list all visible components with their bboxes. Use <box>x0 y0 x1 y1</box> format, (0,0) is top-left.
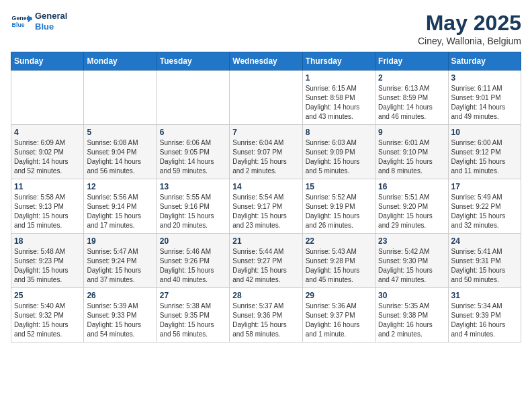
day-cell: 19Sunrise: 5:47 AM Sunset: 9:24 PM Dayli… <box>84 234 157 288</box>
day-info: Sunrise: 5:48 AM Sunset: 9:23 PM Dayligh… <box>14 247 81 285</box>
day-info: Sunrise: 5:42 AM Sunset: 9:30 PM Dayligh… <box>378 247 445 285</box>
day-cell: 23Sunrise: 5:42 AM Sunset: 9:30 PM Dayli… <box>375 234 448 288</box>
day-cell: 5Sunrise: 6:08 AM Sunset: 9:04 PM Daylig… <box>84 125 157 179</box>
day-info: Sunrise: 6:15 AM Sunset: 8:58 PM Dayligh… <box>306 84 372 122</box>
logo: General Blue General Blue <box>11 11 67 32</box>
day-number: 16 <box>378 182 445 191</box>
day-number: 13 <box>160 182 226 191</box>
day-number: 5 <box>87 128 153 137</box>
day-info: Sunrise: 5:52 AM Sunset: 9:19 PM Dayligh… <box>306 193 372 230</box>
day-cell: 16Sunrise: 5:51 AM Sunset: 9:20 PM Dayli… <box>375 179 448 234</box>
day-cell: 2Sunrise: 6:13 AM Sunset: 8:59 PM Daylig… <box>375 71 448 125</box>
day-info: Sunrise: 5:39 AM Sunset: 9:33 PM Dayligh… <box>87 302 153 339</box>
day-number: 23 <box>378 236 445 246</box>
day-cell: 7Sunrise: 6:04 AM Sunset: 9:07 PM Daylig… <box>230 125 302 179</box>
day-number: 1 <box>306 73 372 83</box>
day-info: Sunrise: 6:09 AM Sunset: 9:02 PM Dayligh… <box>14 138 81 176</box>
day-cell: 18Sunrise: 5:48 AM Sunset: 9:23 PM Dayli… <box>11 234 84 288</box>
day-cell: 10Sunrise: 6:00 AM Sunset: 9:12 PM Dayli… <box>448 125 521 179</box>
day-info: Sunrise: 5:44 AM Sunset: 9:27 PM Dayligh… <box>232 247 299 285</box>
day-info: Sunrise: 5:47 AM Sunset: 9:24 PM Dayligh… <box>87 247 153 285</box>
day-cell: 13Sunrise: 5:55 AM Sunset: 9:16 PM Dayli… <box>157 179 229 234</box>
day-cell: 14Sunrise: 5:54 AM Sunset: 9:17 PM Dayli… <box>230 179 302 234</box>
day-cell: 3Sunrise: 6:11 AM Sunset: 9:01 PM Daylig… <box>448 71 521 125</box>
day-number: 10 <box>451 128 518 137</box>
day-info: Sunrise: 5:41 AM Sunset: 9:31 PM Dayligh… <box>451 247 518 285</box>
day-info: Sunrise: 6:04 AM Sunset: 9:07 PM Dayligh… <box>232 138 299 176</box>
day-cell: 1Sunrise: 6:15 AM Sunset: 8:58 PM Daylig… <box>302 71 375 125</box>
day-cell: 15Sunrise: 5:52 AM Sunset: 9:19 PM Dayli… <box>302 179 375 234</box>
day-cell: 25Sunrise: 5:40 AM Sunset: 9:32 PM Dayli… <box>11 288 84 342</box>
col-header-sunday: Sunday <box>11 52 84 71</box>
day-info: Sunrise: 6:13 AM Sunset: 8:59 PM Dayligh… <box>378 84 445 122</box>
day-info: Sunrise: 6:06 AM Sunset: 9:05 PM Dayligh… <box>160 138 226 176</box>
day-info: Sunrise: 5:36 AM Sunset: 9:37 PM Dayligh… <box>306 302 372 339</box>
day-number: 31 <box>451 291 518 300</box>
week-row-5: 25Sunrise: 5:40 AM Sunset: 9:32 PM Dayli… <box>11 288 521 342</box>
day-cell: 17Sunrise: 5:49 AM Sunset: 9:22 PM Dayli… <box>448 179 521 234</box>
col-header-thursday: Thursday <box>302 52 375 71</box>
day-number: 18 <box>14 236 81 246</box>
day-info: Sunrise: 5:40 AM Sunset: 9:32 PM Dayligh… <box>14 302 81 339</box>
day-info: Sunrise: 6:01 AM Sunset: 9:10 PM Dayligh… <box>378 138 445 176</box>
day-info: Sunrise: 5:35 AM Sunset: 9:38 PM Dayligh… <box>378 302 445 339</box>
day-cell: 9Sunrise: 6:01 AM Sunset: 9:10 PM Daylig… <box>375 125 448 179</box>
col-header-wednesday: Wednesday <box>230 52 302 71</box>
day-cell: 27Sunrise: 5:38 AM Sunset: 9:35 PM Dayli… <box>157 288 229 342</box>
day-cell: 4Sunrise: 6:09 AM Sunset: 9:02 PM Daylig… <box>11 125 84 179</box>
location: Ciney, Wallonia, Belgium <box>418 36 521 46</box>
day-cell <box>11 71 84 125</box>
day-cell <box>157 71 229 125</box>
day-number: 11 <box>14 182 81 191</box>
day-cell: 31Sunrise: 5:34 AM Sunset: 9:39 PM Dayli… <box>448 288 521 342</box>
day-cell: 11Sunrise: 5:58 AM Sunset: 9:13 PM Dayli… <box>11 179 84 234</box>
day-info: Sunrise: 5:49 AM Sunset: 9:22 PM Dayligh… <box>451 193 518 230</box>
day-number: 17 <box>451 182 518 191</box>
day-info: Sunrise: 5:54 AM Sunset: 9:17 PM Dayligh… <box>232 193 299 230</box>
day-cell: 30Sunrise: 5:35 AM Sunset: 9:38 PM Dayli… <box>375 288 448 342</box>
day-info: Sunrise: 6:08 AM Sunset: 9:04 PM Dayligh… <box>87 138 153 176</box>
day-number: 22 <box>306 236 372 246</box>
day-info: Sunrise: 5:43 AM Sunset: 9:28 PM Dayligh… <box>306 247 372 285</box>
calendar-table: SundayMondayTuesdayWednesdayThursdayFrid… <box>11 52 521 342</box>
day-number: 30 <box>378 291 445 300</box>
col-header-tuesday: Tuesday <box>157 52 229 71</box>
svg-text:Blue: Blue <box>12 21 25 28</box>
day-number: 3 <box>451 73 518 83</box>
logo-general-text: General <box>35 11 67 21</box>
day-info: Sunrise: 5:38 AM Sunset: 9:35 PM Dayligh… <box>160 302 226 339</box>
month-title: May 2025 <box>418 11 521 36</box>
day-cell: 6Sunrise: 6:06 AM Sunset: 9:05 PM Daylig… <box>157 125 229 179</box>
day-number: 29 <box>306 291 372 300</box>
day-cell: 26Sunrise: 5:39 AM Sunset: 9:33 PM Dayli… <box>84 288 157 342</box>
day-number: 15 <box>306 182 372 191</box>
day-info: Sunrise: 6:03 AM Sunset: 9:09 PM Dayligh… <box>306 138 372 176</box>
day-number: 2 <box>378 73 445 83</box>
day-number: 26 <box>87 291 153 300</box>
day-cell: 22Sunrise: 5:43 AM Sunset: 9:28 PM Dayli… <box>302 234 375 288</box>
day-info: Sunrise: 5:37 AM Sunset: 9:36 PM Dayligh… <box>232 302 299 339</box>
col-header-friday: Friday <box>375 52 448 71</box>
day-cell: 24Sunrise: 5:41 AM Sunset: 9:31 PM Dayli… <box>448 234 521 288</box>
day-number: 12 <box>87 182 153 191</box>
week-row-2: 4Sunrise: 6:09 AM Sunset: 9:02 PM Daylig… <box>11 125 521 179</box>
day-number: 4 <box>14 128 81 137</box>
day-number: 20 <box>160 236 226 246</box>
day-number: 6 <box>160 128 226 137</box>
logo-icon: General Blue <box>11 11 32 32</box>
day-info: Sunrise: 6:11 AM Sunset: 9:01 PM Dayligh… <box>451 84 518 122</box>
day-info: Sunrise: 6:00 AM Sunset: 9:12 PM Dayligh… <box>451 138 518 176</box>
day-info: Sunrise: 5:46 AM Sunset: 9:26 PM Dayligh… <box>160 247 226 285</box>
day-info: Sunrise: 5:55 AM Sunset: 9:16 PM Dayligh… <box>160 193 226 230</box>
day-number: 14 <box>232 182 299 191</box>
day-info: Sunrise: 5:58 AM Sunset: 9:13 PM Dayligh… <box>14 193 81 230</box>
week-row-1: 1Sunrise: 6:15 AM Sunset: 8:58 PM Daylig… <box>11 71 521 125</box>
day-number: 19 <box>87 236 153 246</box>
col-header-monday: Monday <box>84 52 157 71</box>
week-row-4: 18Sunrise: 5:48 AM Sunset: 9:23 PM Dayli… <box>11 234 521 288</box>
day-info: Sunrise: 5:51 AM Sunset: 9:20 PM Dayligh… <box>378 193 445 230</box>
logo-blue-text: Blue <box>35 21 67 32</box>
day-number: 25 <box>14 291 81 300</box>
day-number: 28 <box>232 291 299 300</box>
day-cell: 29Sunrise: 5:36 AM Sunset: 9:37 PM Dayli… <box>302 288 375 342</box>
